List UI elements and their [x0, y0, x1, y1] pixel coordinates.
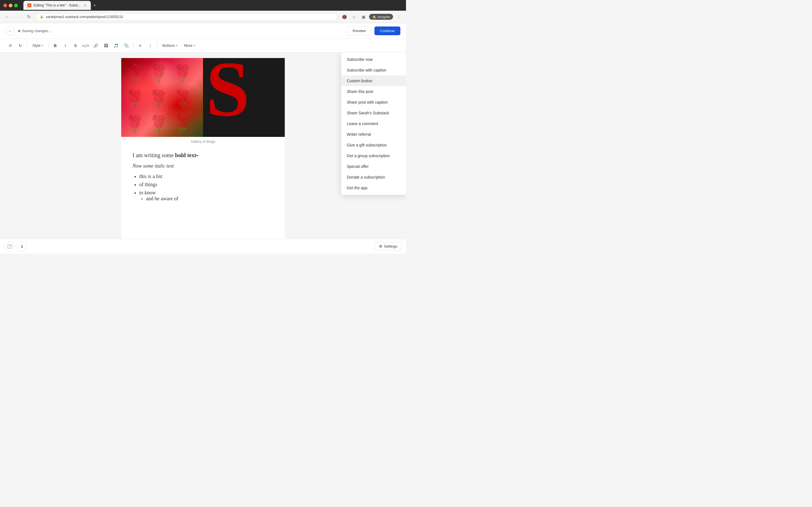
settings-label: Settings [384, 244, 397, 248]
saving-status: Saving changes... [18, 29, 51, 33]
more-options-icon[interactable]: ⋮ [395, 13, 403, 21]
strikethrough-button[interactable]: S [71, 41, 80, 50]
minimize-traffic-light[interactable] [9, 4, 12, 7]
dropdown-item-give-gift-subscription[interactable]: Give a gift subscription [341, 140, 406, 151]
list-item-1: this is a list [139, 173, 273, 179]
gear-icon: ⚙ [379, 244, 382, 248]
dropdown-item-donate-subscription[interactable]: Donate a subscription [341, 172, 406, 182]
image-button[interactable]: 🖼 [101, 41, 110, 50]
gallery [121, 58, 285, 137]
address-input[interactable]: 🔒 sarahjonas1.substack.com/publish/post/… [36, 13, 338, 21]
continue-button[interactable]: Continue [374, 26, 400, 35]
refresh-button[interactable]: ↻ [25, 13, 33, 21]
traffic-lights [3, 4, 18, 7]
url-text: sarahjonas1.substack.com/publish/post/11… [46, 15, 123, 19]
bold-button[interactable]: B [51, 41, 60, 50]
history-icon: 🕐 [7, 244, 12, 249]
bold-heading-start: I am writing some [133, 152, 175, 158]
dropdown-item-custom-button[interactable]: Custom button [341, 75, 406, 86]
bookmark-icon[interactable]: ☆ [350, 13, 358, 21]
address-bar: ← → ↻ 🔒 sarahjonas1.substack.com/publish… [0, 11, 406, 23]
bold-heading: I am writing some bold text- [133, 152, 273, 159]
buttons-dropdown-menu: Subscribe now Subscribe with caption Cus… [341, 52, 406, 195]
bullet-list: this is a list of things to know and be … [133, 173, 273, 202]
toolbar-separator-1 [27, 42, 28, 49]
incognito-icon: 🕵 [372, 15, 376, 19]
sub-bullet-list: and be aware of [139, 196, 273, 202]
audio-button[interactable]: 🎵 [112, 41, 121, 50]
buttons-dropdown[interactable]: Buttons ▾ [160, 42, 180, 49]
list-item-2: of things [139, 182, 273, 187]
new-tab-button[interactable]: + [91, 1, 99, 9]
code-button[interactable]: </> [81, 41, 90, 50]
italic-text-content: Now some italic text [133, 163, 174, 169]
forward-nav-button[interactable]: → [14, 13, 22, 21]
tab-close-button[interactable]: ✕ [83, 3, 87, 7]
ssl-lock-icon: 🔒 [40, 15, 44, 18]
editor-content: Gallery of things I am writing some bold… [121, 58, 285, 248]
bottom-bar: 🕐 ℹ ⚙ Settings [0, 239, 406, 253]
toolbar-separator-4 [157, 42, 157, 49]
editor-topbar: ← Saving changes... Preview Continue [0, 23, 406, 39]
saving-dot-indicator [18, 30, 20, 32]
undo-button[interactable]: ↺ [6, 41, 15, 50]
italic-paragraph: Now some italic text [133, 163, 273, 169]
back-arrow-icon: ← [8, 29, 12, 33]
gallery-image-left [121, 58, 203, 137]
preview-button[interactable]: Preview [347, 26, 371, 35]
toolbar: ↺ ↻ Style ▾ B I S </> 🔗 🖼 🎵 📎 ≡ ⋮ Button… [0, 39, 406, 52]
editor-back-button[interactable]: ← [6, 26, 15, 36]
numbered-list-button[interactable]: ⋮ [146, 41, 155, 50]
main-content: Gallery of things I am writing some bold… [0, 52, 406, 253]
redo-button[interactable]: ↻ [16, 41, 25, 50]
strikethrough-span: - [196, 152, 198, 158]
back-nav-button[interactable]: ← [3, 13, 11, 21]
active-tab[interactable]: S Editing "This is a title" - Subst... ✕ [23, 1, 91, 10]
dropdown-item-subscribe-with-caption[interactable]: Subscribe with caption [341, 65, 406, 75]
bottom-left-buttons: 🕐 ℹ [4, 241, 27, 251]
dropdown-item-get-the-app[interactable]: Get the app [341, 182, 406, 193]
link-button[interactable]: 🔗 [91, 41, 100, 50]
attachment-button[interactable]: 📎 [122, 41, 131, 50]
info-icon: ℹ [21, 244, 23, 249]
saving-status-text: Saving changes... [22, 29, 51, 33]
dropdown-item-share-post-with-caption[interactable]: Share post with caption [341, 97, 406, 108]
incognito-label: Incognito [377, 15, 390, 18]
buttons-label: Buttons [162, 43, 175, 48]
bold-heading-bold: bold text [175, 152, 196, 158]
dropdown-item-share-this-post[interactable]: Share this post [341, 86, 406, 97]
style-chevron-icon: ▾ [42, 44, 43, 47]
tab-favicon: S [28, 3, 31, 7]
buttons-chevron-icon: ▾ [176, 44, 177, 47]
gallery-image-right [203, 58, 285, 137]
more-chevron-icon: ▾ [194, 44, 195, 47]
dropdown-item-writer-referral[interactable]: Writer referral [341, 129, 406, 140]
italic-button[interactable]: I [61, 41, 70, 50]
maximize-traffic-light[interactable] [14, 4, 18, 7]
dropdown-item-share-sarahs-substack[interactable]: Share Sarah's Substack [341, 108, 406, 118]
bullet-list-button[interactable]: ≡ [136, 41, 145, 50]
browser-chrome: S Editing "This is a title" - Subst... ✕… [0, 0, 406, 11]
editor-body[interactable]: I am writing some bold text- Now some it… [121, 147, 285, 211]
dropdown-item-leave-a-comment[interactable]: Leave a comment [341, 118, 406, 129]
browser-nav-icons: 📵 ☆ ▣ 🕵 Incognito ⋮ [340, 13, 403, 21]
list-item-3: to know and be aware of [139, 190, 273, 202]
more-dropdown[interactable]: More ▾ [181, 42, 198, 49]
info-button[interactable]: ℹ [17, 241, 27, 251]
incognito-button[interactable]: 🕵 Incognito [369, 14, 393, 20]
tab-bar: S Editing "This is a title" - Subst... ✕… [23, 1, 403, 10]
close-traffic-light[interactable] [3, 4, 7, 7]
dropdown-item-subscribe-now[interactable]: Subscribe now [341, 54, 406, 65]
more-label: More [184, 43, 193, 48]
dropdown-item-get-group-subscription[interactable]: Get a group subscription [341, 151, 406, 161]
toolbar-separator-2 [48, 42, 49, 49]
settings-button[interactable]: ⚙ Settings [375, 242, 402, 251]
sub-list-item-1: and be aware of [146, 196, 273, 202]
sidebar-icon[interactable]: ▣ [359, 13, 367, 21]
camera-off-icon[interactable]: 📵 [340, 13, 348, 21]
history-button[interactable]: 🕐 [4, 241, 15, 251]
style-label: Style [33, 43, 41, 48]
style-dropdown[interactable]: Style ▾ [30, 42, 46, 49]
gallery-caption: Gallery of things [121, 137, 285, 147]
dropdown-item-special-offer[interactable]: Special offer [341, 161, 406, 172]
